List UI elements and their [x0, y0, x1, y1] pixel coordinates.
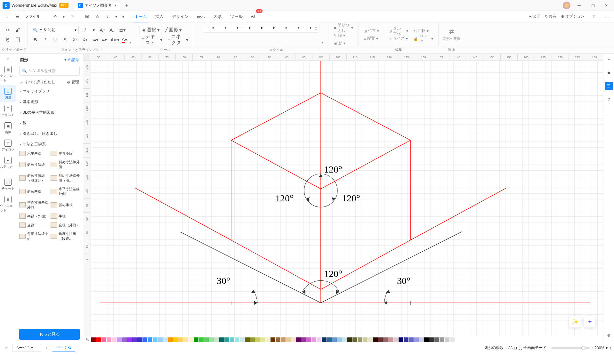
- help-button[interactable]: ?: [589, 12, 598, 21]
- color-swatch[interactable]: [148, 337, 152, 342]
- color-swatch[interactable]: [91, 337, 96, 342]
- shape-category[interactable]: マイライブラリ: [19, 86, 80, 97]
- font-dialog-launcher[interactable]: ⤡: [126, 38, 135, 46]
- bold-button[interactable]: B: [31, 36, 40, 44]
- shape-category[interactable]: 線: [19, 118, 80, 128]
- maximize-button[interactable]: ▢: [586, 1, 599, 10]
- more-shapes-button[interactable]: もっと見る: [19, 329, 80, 340]
- ai-symbol-button[interactable]: ✦ AI記号: [64, 57, 79, 63]
- color-swatch[interactable]: [276, 337, 280, 342]
- position-button[interactable]: ⊞ 位置 ▾: [364, 28, 384, 35]
- fit-width-button[interactable]: ⊹: [609, 346, 612, 350]
- color-swatch[interactable]: [127, 337, 132, 342]
- shape-item[interactable]: 斜め寸法線（段違い）: [19, 172, 49, 184]
- color-swatch[interactable]: [153, 337, 158, 342]
- ai-fab[interactable]: ✦: [584, 316, 595, 328]
- color-swatch[interactable]: [347, 337, 352, 342]
- share-button[interactable]: ⚲共有: [545, 14, 556, 19]
- rail-item-0[interactable]: ▦テンプレート: [0, 63, 16, 85]
- color-swatch[interactable]: [209, 337, 214, 342]
- shape-item[interactable]: 直径: [19, 221, 49, 229]
- color-swatch[interactable]: [112, 337, 117, 342]
- color-swatch[interactable]: [434, 337, 439, 342]
- save-button[interactable]: 🖫: [83, 12, 92, 21]
- shape-category[interactable]: 寸法と工学系: [19, 139, 80, 150]
- menu-tab-デザイン[interactable]: デザイン: [171, 11, 190, 22]
- color-swatch[interactable]: [183, 337, 188, 342]
- shadow-button[interactable]: ▣ 影 ▾: [334, 40, 353, 47]
- color-swatch[interactable]: [317, 337, 321, 342]
- shape-item[interactable]: 角度寸法線中心: [19, 230, 49, 242]
- color-swatch[interactable]: [409, 337, 414, 342]
- shape-item[interactable]: 斜め寸法線外側: [51, 158, 80, 171]
- rail-collapse-button[interactable]: «: [0, 55, 16, 63]
- shape-item[interactable]: 角度寸法線（段違…: [51, 230, 80, 242]
- symbol-search-input[interactable]: 🔍 シンボルを検索: [19, 66, 80, 76]
- shape-item[interactable]: 斜め寸法線外側（段…: [51, 172, 80, 184]
- lock-button[interactable]: 🔒 ロック ▾: [413, 35, 433, 42]
- color-swatch[interactable]: [368, 337, 373, 342]
- color-swatch[interactable]: [240, 337, 245, 342]
- superscript-button[interactable]: X²: [70, 36, 79, 44]
- zoom-out-button[interactable]: −: [548, 346, 550, 350]
- increase-font-button[interactable]: A↑: [98, 26, 107, 34]
- font-size-combo[interactable]: 12▾: [80, 26, 97, 34]
- shape-item[interactable]: 直径（外側）: [51, 221, 80, 229]
- color-swatch[interactable]: [388, 337, 393, 342]
- line-spacing-button[interactable]: ↕≡▾: [90, 36, 99, 44]
- color-swatch[interactable]: [250, 337, 255, 342]
- menu-tab-ツール[interactable]: ツール: [229, 11, 244, 22]
- undo-dropdown[interactable]: ▾: [61, 12, 67, 21]
- color-swatch[interactable]: [399, 337, 403, 342]
- menu-tab-表示[interactable]: 表示: [196, 11, 206, 22]
- color-swatch[interactable]: [214, 337, 219, 342]
- color-swatch[interactable]: [235, 337, 239, 342]
- color-swatch[interactable]: [311, 337, 316, 342]
- color-swatch[interactable]: [286, 337, 291, 342]
- zoom-in-button[interactable]: +: [591, 346, 593, 350]
- manage-button[interactable]: ⚙管理: [67, 79, 79, 85]
- color-swatch[interactable]: [230, 337, 234, 342]
- color-swatch[interactable]: [107, 337, 111, 342]
- color-swatch[interactable]: [296, 337, 301, 342]
- color-swatch[interactable]: [429, 337, 434, 342]
- color-swatch[interactable]: [414, 337, 419, 342]
- redo-button[interactable]: ↷: [68, 12, 77, 21]
- color-swatch[interactable]: [383, 337, 388, 342]
- color-swatch[interactable]: [342, 337, 347, 342]
- eyedropper-icon[interactable]: ✎: [86, 337, 89, 342]
- font-combo[interactable]: 🔍ＭＳ 明朝▾: [31, 26, 79, 34]
- file-menu[interactable]: ファイル: [23, 14, 42, 19]
- back-button[interactable]: ‹: [3, 12, 12, 21]
- color-swatch[interactable]: [291, 337, 296, 342]
- color-swatch[interactable]: [445, 337, 449, 342]
- select-tool[interactable]: ◈ 選択 ▾: [140, 26, 162, 34]
- connector-tool[interactable]: ⌐ コネクタ ▾: [166, 36, 190, 44]
- underline-button[interactable]: U: [51, 36, 60, 44]
- color-swatch[interactable]: [281, 337, 286, 342]
- shape-category[interactable]: 3Dの幾何学的図形: [19, 107, 80, 118]
- shape-item[interactable]: 垂直寸法基線外側: [19, 199, 49, 211]
- bullets-button[interactable]: ≣▾: [118, 26, 127, 34]
- qat-dropdown[interactable]: ▾: [120, 12, 126, 21]
- add-tab-button[interactable]: +: [122, 1, 131, 10]
- rail-item-4[interactable]: ☺アイコン: [0, 137, 16, 154]
- color-swatch[interactable]: [337, 337, 342, 342]
- rail-item-3[interactable]: ▣画像: [0, 120, 16, 137]
- color-swatch[interactable]: [352, 337, 357, 342]
- color-swatch[interactable]: [440, 337, 444, 342]
- color-swatch[interactable]: [101, 337, 106, 342]
- color-swatch[interactable]: [117, 337, 122, 342]
- color-swatch[interactable]: [158, 337, 163, 342]
- color-swatch[interactable]: [358, 337, 362, 342]
- rail-item-7[interactable]: ⊞ウィジェット: [0, 193, 16, 215]
- color-swatch[interactable]: [265, 337, 270, 342]
- export-dropdown[interactable]: ▾: [113, 12, 119, 21]
- shape-item[interactable]: 斜め寸法線: [19, 158, 49, 171]
- style-dialog-launcher[interactable]: ⤡: [318, 38, 327, 46]
- zoom-level[interactable]: 230% ▾: [594, 346, 608, 350]
- color-swatch[interactable]: [393, 337, 398, 342]
- user-avatar[interactable]: [563, 2, 570, 9]
- color-swatch[interactable]: [332, 337, 337, 342]
- color-swatch[interactable]: [404, 337, 408, 342]
